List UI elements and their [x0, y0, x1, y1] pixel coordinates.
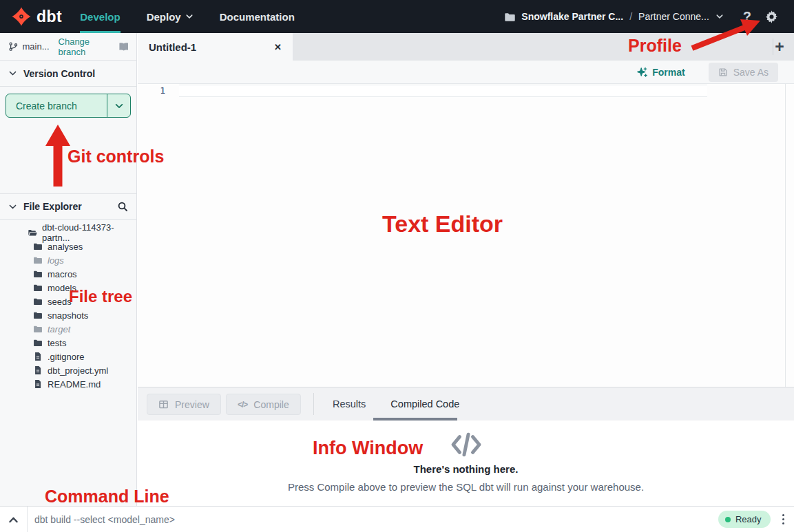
folder-icon [33, 269, 43, 279]
main-nav: Develop Deploy Documentation [80, 0, 321, 33]
sidebar: main... Change branch Version Control Cr… [0, 33, 137, 506]
toolbar-divider [313, 393, 314, 415]
breadcrumb-project[interactable]: Snowflake Partner C... [521, 11, 623, 22]
create-branch-button[interactable]: Create branch [6, 94, 131, 118]
file-icon [33, 365, 43, 375]
folder-icon [33, 297, 43, 306]
tab-compiled-code[interactable]: Compiled Code [390, 398, 459, 409]
file-icon [33, 352, 43, 361]
command-input[interactable] [28, 507, 718, 532]
file-explorer-title: File Explorer [23, 201, 82, 212]
navbar-right: Snowflake Partner C... / Partner Conne..… [504, 9, 779, 25]
chevron-down-icon [8, 69, 17, 78]
annotation-git-controls: Git controls [67, 147, 164, 167]
close-icon[interactable]: ✕ [274, 42, 282, 52]
tab-title: Untitled-1 [149, 41, 196, 53]
dbt-logo-icon [11, 6, 32, 27]
code-icon [450, 432, 482, 458]
tab-results[interactable]: Results [333, 398, 366, 409]
git-branch-bar: main... Change branch [0, 33, 136, 61]
save-as-button[interactable]: Save As [709, 63, 778, 82]
folder-icon [33, 310, 43, 320]
annotation-file-tree: File tree [69, 287, 132, 306]
format-button[interactable]: Format [636, 67, 685, 78]
file-icon [33, 379, 43, 389]
version-control-title: Version Control [23, 68, 95, 79]
folder-icon [504, 11, 516, 23]
new-tab-button[interactable]: + [771, 33, 788, 61]
compile-button[interactable]: </> Compile [226, 394, 301, 415]
dbt-logo[interactable]: dbt [11, 6, 62, 27]
annotation-command-line: Command Line [45, 487, 169, 507]
tree-item[interactable]: target [0, 322, 136, 336]
code-icon: </> [238, 400, 247, 409]
chevron-down-icon [8, 202, 17, 211]
annotation-profile: Profile [628, 36, 682, 56]
status-label: Ready [735, 514, 762, 524]
docs-book-icon[interactable] [118, 41, 129, 53]
empty-state-title: There's nothing here. [138, 463, 794, 475]
empty-state-subtitle: Press Compile above to preview the SQL d… [138, 481, 794, 493]
folder-icon [33, 324, 43, 334]
breadcrumb-separator: / [629, 11, 632, 22]
tree-item-root[interactable]: dbt-cloud-114373-partn... [0, 226, 136, 240]
tree-item[interactable]: .gitignore [0, 350, 136, 363]
annotation-info-window: Info Window [313, 438, 423, 459]
editor-tab-bar: Untitled-1 ✕ + [138, 33, 794, 61]
dbt-logo-text: dbt [36, 8, 62, 26]
info-panel: Preview </> Compile Results Compiled Cod… [138, 387, 794, 506]
command-bar: Ready [0, 506, 794, 532]
folder-icon [33, 338, 43, 348]
nav-deploy[interactable]: Deploy [147, 0, 194, 33]
gear-icon[interactable] [764, 10, 779, 24]
sparkle-icon [636, 67, 647, 78]
status-dot-icon [725, 517, 731, 522]
folder-open-icon [28, 228, 37, 237]
info-panel-toolbar: Preview </> Compile Results Compiled Cod… [138, 387, 794, 421]
chevron-down-icon[interactable] [715, 12, 724, 21]
tree-item[interactable]: macros [0, 267, 136, 281]
chevron-up-icon [8, 515, 19, 524]
tab-untitled-1[interactable]: Untitled-1 ✕ [138, 33, 293, 61]
help-icon[interactable]: ? [743, 9, 751, 25]
annotation-text-editor: Text Editor [382, 211, 503, 237]
kebab-menu-icon[interactable] [782, 514, 785, 525]
tree-item[interactable]: tests [0, 336, 136, 350]
panel-tabs: Results Compiled Code [333, 387, 459, 421]
preview-button[interactable]: Preview [147, 394, 221, 415]
chevron-down-icon [114, 101, 124, 111]
file-tree: dbt-cloud-114373-partn... analyses logs … [0, 226, 136, 391]
editor-active-line[interactable] [179, 85, 707, 97]
git-branch-icon [8, 41, 19, 52]
top-navbar: dbt Develop Deploy Documentation Snowfla… [0, 0, 794, 33]
search-icon[interactable] [117, 201, 128, 212]
expand-command-bar-button[interactable] [0, 507, 28, 532]
folder-icon [33, 283, 43, 292]
nav-develop[interactable]: Develop [80, 0, 120, 33]
version-control-header[interactable]: Version Control [0, 61, 136, 87]
tree-item[interactable]: logs [0, 253, 136, 267]
status-badge: Ready [718, 511, 771, 528]
line-number: 1 [156, 85, 165, 97]
editor-toolbar: Format Save As [138, 61, 794, 84]
tree-item[interactable]: README.md [0, 377, 136, 391]
breadcrumb-connection[interactable]: Partner Conne... [638, 11, 709, 22]
current-branch-name: main... [23, 41, 50, 52]
file-explorer-header[interactable]: File Explorer [0, 193, 136, 220]
create-branch-label[interactable]: Create branch [6, 94, 107, 117]
table-icon [158, 399, 169, 409]
save-icon [718, 67, 728, 77]
chevron-down-icon [185, 12, 194, 21]
create-branch-dropdown[interactable] [107, 94, 130, 117]
nav-documentation[interactable]: Documentation [220, 0, 295, 33]
tree-item[interactable]: snapshots [0, 308, 136, 322]
folder-icon [33, 255, 43, 265]
folder-icon [33, 242, 43, 251]
empty-state: There's nothing here. Press Compile abov… [138, 421, 794, 493]
tree-item[interactable]: dbt_project.yml [0, 363, 136, 377]
dbt-cloud-ide: dbt Develop Deploy Documentation Snowfla… [0, 0, 794, 532]
editor-scrollbar[interactable] [785, 84, 786, 387]
change-branch-link[interactable]: Change branch [59, 36, 118, 57]
